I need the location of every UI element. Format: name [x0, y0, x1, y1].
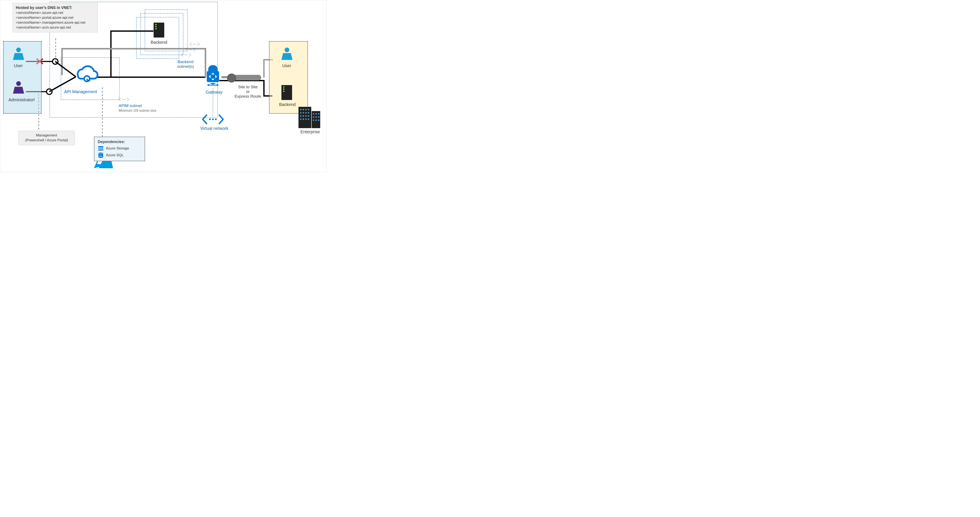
- dns-line2: <serviceName>.portal.azure-api.net: [16, 16, 73, 20]
- enterprise-user-label: User: [278, 63, 295, 68]
- dependencies-box: Dependencies: Azure Storage SQL Azure SQ…: [94, 137, 145, 161]
- user-icon: [13, 48, 24, 60]
- svg-rect-2: [145, 10, 188, 51]
- dns-title: Hosted by user's DNS in VNET:: [16, 6, 72, 10]
- dep-sql-label: Azure SQL: [106, 153, 124, 157]
- vnet-label: Virtual network: [196, 126, 232, 131]
- diagram-canvas: Hosted by user's DNS in VNET: <serviceNa…: [0, 0, 326, 172]
- dep-row-sql: SQL Azure SQL: [98, 152, 141, 158]
- management-note-box: Management (Powershell / Azure Portal): [18, 131, 75, 145]
- enterprise-label: Enterprise: [299, 129, 322, 134]
- svg-point-9: [215, 118, 217, 120]
- svg-text:SQL: SQL: [99, 155, 103, 157]
- svg-rect-16: [212, 84, 213, 86]
- svg-point-8: [212, 118, 214, 120]
- admin-label: Administratorl: [5, 97, 38, 102]
- svg-rect-12: [210, 83, 215, 84]
- link-label: Site to Site or Express Route: [232, 85, 263, 99]
- dns-line1: <serviceName>.azure-api.net: [16, 11, 63, 15]
- dns-note-box: Hosted by user's DNS in VNET: <serviceNa…: [13, 3, 98, 32]
- backend-subnets-label: Backend subnet(s): [175, 59, 196, 69]
- tunnel-icon: [229, 75, 261, 80]
- dns-line3: <serviceName>.management.azure-api.net: [16, 21, 86, 24]
- svg-point-6: [46, 89, 52, 94]
- backend-label: Backend: [150, 40, 169, 45]
- apim-label: API Management: [64, 89, 97, 94]
- apim-subnet-note: Minimum /29 subnet size: [119, 109, 156, 113]
- enterprise-backend-icon: [282, 85, 292, 100]
- svg-rect-15: [217, 84, 218, 86]
- svg-point-21: [99, 152, 103, 155]
- svg-rect-11: [207, 71, 219, 82]
- storage-icon: [98, 145, 104, 152]
- apim-subnet-label: APIM subnet: [119, 104, 142, 108]
- svg-rect-19: [98, 149, 103, 150]
- backend-server-icon: [154, 22, 164, 38]
- enterprise-user-icon: [282, 48, 293, 60]
- admin-icon: [13, 81, 24, 94]
- enterprise-buildings-icon: [299, 102, 322, 128]
- svg-rect-13: [207, 85, 218, 86]
- sql-icon: SQL: [98, 152, 104, 158]
- dep-row-storage: Azure Storage: [98, 145, 141, 152]
- dep-storage-label: Azure Storage: [106, 146, 129, 150]
- svg-rect-14: [207, 84, 209, 86]
- dependencies-title: Dependencies:: [98, 140, 141, 144]
- svg-point-10: [84, 76, 90, 81]
- user-label: User: [10, 63, 27, 68]
- dns-line4: <serviceName>.scm.azure-api.net: [16, 26, 71, 29]
- gateway-label: Gateway: [204, 90, 225, 95]
- enterprise-backend-label: Backend: [277, 102, 298, 107]
- svg-rect-17: [98, 146, 103, 150]
- svg-rect-18: [98, 148, 103, 148]
- svg-point-5: [52, 59, 58, 64]
- svg-point-7: [209, 118, 211, 120]
